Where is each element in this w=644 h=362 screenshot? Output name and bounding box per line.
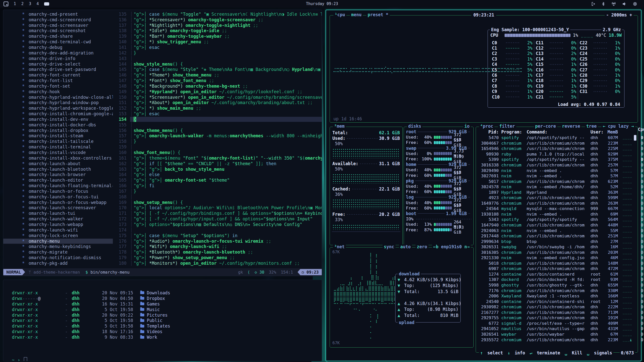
split-separator[interactable]: │ — [130, 28, 134, 33]
sort-selector[interactable]: ← cpu lazy → — [601, 124, 635, 128]
file-item[interactable]: *omarchy-hyprland-window-pop — [3, 100, 113, 105]
process-row[interactable]: 2917448chromium/usr/lib/chromium/chromdh… — [478, 233, 636, 239]
file-item[interactable]: *omarchy-dev-add-migration — [3, 50, 113, 55]
editor-line[interactable]: *omarchy-launch-walker172│"g">│ [ -f ~/.… — [3, 216, 322, 222]
file-item[interactable]: *omarchy-install-steam — [3, 133, 113, 138]
split-separator[interactable]: │ — [130, 156, 134, 161]
file-item[interactable]: *omarchy-launch-tui — [3, 211, 113, 216]
shell-prompt[interactable]: ~ › — [12, 357, 27, 361]
directory-name[interactable]: Games — [147, 301, 160, 307]
split-separator[interactable]: │ — [130, 178, 134, 183]
proc-scrollbar[interactable] — [634, 135, 636, 141]
code-line[interactable]: "g">│ *Bluetooth*) omarchy-launch-blueto… — [134, 250, 322, 255]
editor-line[interactable]: *omarchy-launch-or-focus-webapp169│show_… — [3, 200, 322, 205]
network-icon[interactable] — [611, 2, 616, 6]
logout-icon[interactable] — [591, 2, 596, 6]
editor-line[interactable]: *omarchy-hook149│"g">│ *Hyprland*) open_… — [3, 89, 322, 94]
file-item[interactable]: *omarchy-install-chromium-google-a — [3, 111, 113, 116]
process-row[interactable]: 2006XwaylandXwayland :1 -rootlessdhh166M… — [478, 293, 636, 299]
file-item[interactable]: *omarchy-install-xbox-controllers — [3, 156, 113, 161]
file-item[interactable]: *omarchy-font-list — [3, 78, 113, 83]
editor-line[interactable]: *omarchy-cmd-screenrecord136│"g">│ *Scre… — [3, 17, 322, 23]
code-line[interactable]: "g">│ *) show_trigger_menu ;; — [134, 39, 322, 44]
code-line[interactable]: "g">│ *About*) open_in_editor ~/.config/… — [134, 100, 322, 105]
file-item[interactable]: *omarchy-install-dropbox — [3, 128, 113, 133]
editor-line[interactable]: *omarchy-launch-or-focus167│} — [3, 188, 322, 194]
file-item[interactable]: *omarchy-install-tailscale — [3, 139, 113, 144]
process-row[interactable]: 6772signal-d/proc/self/exe --type=rdhh40… — [478, 321, 636, 326]
editor-line[interactable]: *omarchy-hyprland-window-close-all150│"g… — [3, 94, 322, 100]
file-item[interactable]: *omarchy-cmd-screensaver — [3, 23, 113, 28]
editor-line[interactable]: *omarchy-launch-about162│"g">│ if [[ "$t… — [3, 161, 322, 166]
split-separator[interactable]: │ — [130, 222, 134, 227]
process-row[interactable]: 3027691nvimnvim --embed .dhh57M⣀⣀⣀⣀0.0 — [478, 173, 636, 179]
process-row[interactable]: 3026531swaybg/usr/bin/swaybg -i /homdhh1… — [478, 244, 636, 250]
process-row[interactable]: 1647940chromium/usr/lib/chromium/chromdh… — [478, 222, 636, 228]
editor-line[interactable]: *omarchy-launch-bluetooth163│"g">│ "g">│… — [3, 166, 322, 172]
process-row[interactable]: 5018chromium/usr/lib/chromium/chromdhh14… — [478, 261, 636, 266]
editor-line[interactable]: *omarchy-drive-info143│ — [3, 56, 322, 61]
proc-footer-keys[interactable]: ↑ select ↓ info ↵ terminate ␣ Kill ␣ sig… — [479, 351, 613, 355]
code-line[interactable]: "g">│ *Idle*) omarchy-toggle-idle ;; — [134, 28, 322, 33]
file-item[interactable]: *omarchy-launch-or-focus — [3, 189, 113, 194]
process-row[interactable]: 5017chromium/usr/lib/chromium/chromdhh62… — [478, 179, 636, 184]
editor-line[interactable]: *omarchy-install-vscode160│show_font_men… — [3, 150, 322, 155]
split-separator[interactable]: │ — [130, 227, 134, 233]
editor-line[interactable]: *omarchy-hyprland-window-pop151│"g">│ *A… — [3, 100, 322, 106]
scroll-more-icon[interactable]: ↓ — [630, 337, 632, 342]
editor-line[interactable]: *omarchy-drive-set-password145│"g">│ cas… — [3, 67, 322, 72]
file-item[interactable]: *omarchy-install-dev-env — [3, 117, 113, 122]
directory-name[interactable]: Work — [147, 335, 157, 340]
process-row[interactable]: 1649776chromium/usr/lib/chromium/chromdh… — [478, 201, 636, 206]
split-separator[interactable]: │ — [130, 205, 134, 210]
editor-line[interactable]: *omarchy-menu176│"g">│ *Audio*) omarchy-… — [3, 238, 322, 244]
editor-line[interactable]: *omarchy-install-dropbox156│show_theme_m… — [3, 128, 322, 133]
process-row[interactable]: 3016338chromium/usr/lib/chromium/chromdh… — [478, 162, 636, 168]
editor-line[interactable]: *omarchy-launch-screensaver170│"g">│ loc… — [3, 205, 322, 211]
cpu-icon[interactable] — [633, 2, 637, 6]
split-separator[interactable]: │ — [130, 183, 134, 188]
code-line[interactable]: "g">│ theme=$(menu "Font" "$(omarchy-fon… — [134, 156, 322, 161]
split-separator[interactable]: │ — [130, 117, 134, 122]
code-line[interactable]: "g">│ *Audio*) omarchy-launch-or-focus-t… — [134, 239, 322, 244]
split-separator[interactable]: │ — [130, 189, 134, 194]
editor-line[interactable]: *omarchy-install-xbox-controllers161│"g"… — [3, 155, 322, 161]
editor-line[interactable]: *omarchy-hyprland-workspace-toggle152│"g… — [3, 105, 322, 111]
code-line[interactable]: show_theme_menu() { — [134, 128, 322, 133]
editor-line[interactable]: *omarchy-install-terminal159│ — [3, 144, 322, 150]
split-separator[interactable]: │ — [130, 34, 134, 39]
editor-line[interactable]: *omarchy-drive-select144│show_style_menu… — [3, 61, 322, 67]
editor-line[interactable]: *omarchy-migrate178│"g">│ *Bluetooth*) o… — [3, 249, 322, 255]
file-item[interactable]: *omarchy-launch-webapp — [3, 222, 113, 227]
file-item[interactable]: *omarchy-cmd-screenshot — [3, 28, 113, 33]
editor-line[interactable]: *omarchy-pkg-add180│"g">│ *Monitors*) op… — [3, 260, 322, 266]
code-line[interactable]: "g">│ "g">│ back_to show_style_menu — [134, 167, 322, 172]
process-row[interactable]: 2167277chromium/usr/lib/chromium/chromdh… — [478, 310, 636, 315]
file-item[interactable]: *omarchy-menu-keybindings — [3, 244, 113, 249]
process-row[interactable]: 3024578nvimnvim --embed /home/dhh/dhh52M… — [478, 184, 636, 190]
process-row[interactable]: 1930108nvimnvim --embed .dhh69M⣀⣀⣀⣀0.0 — [478, 212, 636, 217]
auto-tab[interactable]: auto — [399, 244, 412, 249]
directory-name[interactable]: Music — [147, 307, 160, 312]
editor-line[interactable]: *omarchy-menu-keybindings177│"g">│ *Wifi… — [3, 244, 322, 249]
code-line[interactable]: "g">│ *Background*) omarchy-theme-bg-nex… — [134, 84, 322, 89]
file-item[interactable]: *omarchy-hook — [3, 89, 113, 94]
file-item[interactable]: *omarchy-launch-or-focus-webapp — [3, 200, 113, 205]
code-line[interactable]: "g">│ case $(menu "Setup" "$options") in — [134, 233, 322, 238]
split-separator[interactable]: │ — [130, 216, 134, 221]
split-separator[interactable]: │ — [130, 261, 134, 266]
process-row[interactable]: 1654946chromium/usr/lib/chromium/chromdh… — [478, 146, 636, 151]
split-separator[interactable]: │ — [130, 106, 134, 111]
process-row[interactable]: 2930982chromium/usr/lib/chromium/chromdh… — [478, 304, 636, 310]
code-line[interactable]: "g">│ *Hyprland*) open_in_editor ~/.conf… — [134, 89, 322, 94]
split-separator[interactable]: │ — [130, 78, 134, 83]
directory-name[interactable]: Pictures — [147, 313, 168, 318]
file-item[interactable]: *omarchy-hyprland-window-close-all — [3, 95, 113, 100]
directory-name[interactable]: Downloads — [147, 290, 170, 295]
split-separator[interactable]: │ — [130, 139, 134, 144]
split-separator[interactable]: │ — [130, 45, 134, 50]
process-row[interactable]: 2924063nvimnvim --embed .dhh55M⣀⣀⣀⣀0.0 — [478, 228, 636, 233]
editor-line[interactable]: *omarchy-font-current146│"g">│ *Theme*) … — [3, 72, 322, 78]
file-item[interactable]: *omarchy-drive-select — [3, 62, 113, 67]
editor-line[interactable]: *omarchy-launch-webapp173│"g">│ options=… — [3, 222, 322, 227]
